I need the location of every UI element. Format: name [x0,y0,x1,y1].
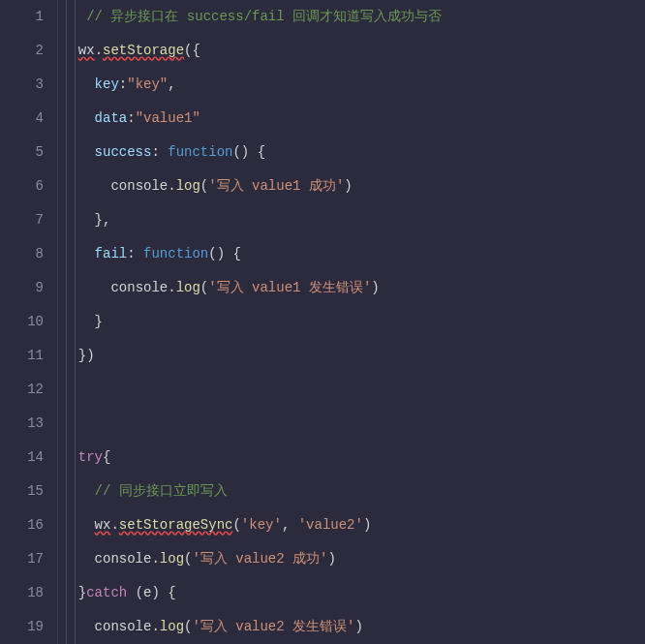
code-token: '写入 value2 成功' [192,551,327,567]
code-line[interactable]: console.log('写入 value2 发生错误') [58,610,645,644]
line-number: 4 [0,102,57,136]
indent [62,9,86,24]
code-line[interactable]: } [58,305,645,339]
code-token: { [103,449,110,465]
line-number: 12 [0,373,57,407]
code-line[interactable]: console.log('写入 value1 成功') [58,169,645,203]
indent [62,110,95,126]
code-token: ) [344,178,352,194]
code-token: console [95,551,152,567]
code-token: log [176,280,200,295]
code-token: "key" [127,77,168,92]
code-token: '写入 value1 发生错误' [208,280,371,295]
code-token: : [127,110,135,126]
code-token: . [168,178,175,194]
line-number: 1 [0,0,57,34]
code-line[interactable]: // 异步接口在 success/fail 回调才知道写入成功与否 [58,0,645,34]
indent [62,483,95,499]
code-token: console [95,619,152,634]
code-line[interactable]: success: function() { [58,136,645,169]
code-token: log [176,178,200,194]
code-token: . [110,517,118,533]
line-number: 14 [0,441,57,475]
line-number: 6 [0,169,57,203]
code-token: log [160,619,184,634]
code-area[interactable]: // 异步接口在 success/fail 回调才知道写入成功与否 wx.set… [58,0,645,644]
line-number: 18 [0,576,57,610]
code-token: }) [78,348,95,363]
line-number: 7 [0,203,57,237]
code-token: catch [86,585,127,600]
code-token: ({ [184,43,200,58]
indent [62,212,95,228]
code-line[interactable]: key:"key", [58,68,645,102]
indent [62,517,95,533]
line-number: 3 [0,68,57,102]
code-token: () { [232,144,265,160]
code-line[interactable] [58,407,645,441]
code-line[interactable]: console.log('写入 value1 发生错误') [58,271,645,305]
code-line[interactable]: console.log('写入 value2 成功') [58,542,645,576]
code-token: ) [327,551,335,567]
code-token: // 同步接口立即写入 [95,483,228,499]
code-line[interactable]: }catch (e) { [58,576,645,610]
code-line[interactable]: }) [58,339,645,373]
code-token: key [95,77,119,92]
code-token: (e) { [127,585,175,600]
line-number: 8 [0,237,57,271]
code-line[interactable]: wx.setStorage({ [58,34,645,68]
code-editor[interactable]: 12345678910111213141516171819 // 异步接口在 s… [0,0,645,644]
indent [62,178,110,194]
line-number: 11 [0,339,57,373]
code-token: : [127,246,143,261]
line-number: 15 [0,475,57,508]
code-token: setStorage [103,43,184,58]
indent [62,449,78,465]
code-token: data [95,110,128,126]
code-token: }, [95,212,111,228]
code-token: ( [200,178,208,194]
line-number: 16 [0,508,57,542]
code-line[interactable]: try{ [58,441,645,475]
code-line[interactable]: data:"value1" [58,102,645,136]
line-number: 9 [0,271,57,305]
line-number: 19 [0,610,57,644]
code-token: console [110,178,168,194]
indent [62,246,95,261]
indent [62,619,95,634]
code-token: ) [371,280,379,295]
code-token: . [168,280,175,295]
code-line[interactable]: // 同步接口立即写入 [58,475,645,508]
code-token: ( [232,517,240,533]
code-token: ) [354,619,362,634]
code-token: function [168,144,232,160]
code-token: ) [363,517,371,533]
line-number: 10 [0,305,57,339]
indent [62,551,95,567]
code-token: : [119,77,127,92]
code-lines[interactable]: // 异步接口在 success/fail 回调才知道写入成功与否 wx.set… [58,0,645,644]
code-token: , [168,77,175,92]
indent [62,585,78,600]
line-number: 17 [0,542,57,576]
indent [62,280,110,295]
code-token: log [160,551,184,567]
code-token: . [151,619,159,634]
indent [62,314,95,329]
code-token: . [151,551,159,567]
code-line[interactable]: }, [58,203,645,237]
code-token: "value1" [136,110,200,126]
code-line[interactable]: fail: function() { [58,237,645,271]
code-token: try [78,449,103,465]
line-number: 13 [0,407,57,441]
code-token: function [143,246,208,261]
code-token: console [110,280,168,295]
indent [62,43,78,58]
code-line[interactable] [58,373,645,407]
indent [62,348,78,363]
code-token: // 异步接口在 success/fail 回调才知道写入成功与否 [86,9,442,24]
code-token: } [95,314,103,329]
code-line[interactable]: wx.setStorageSync('key', 'value2') [58,508,645,542]
code-token: success [95,144,152,160]
indent [62,77,95,92]
